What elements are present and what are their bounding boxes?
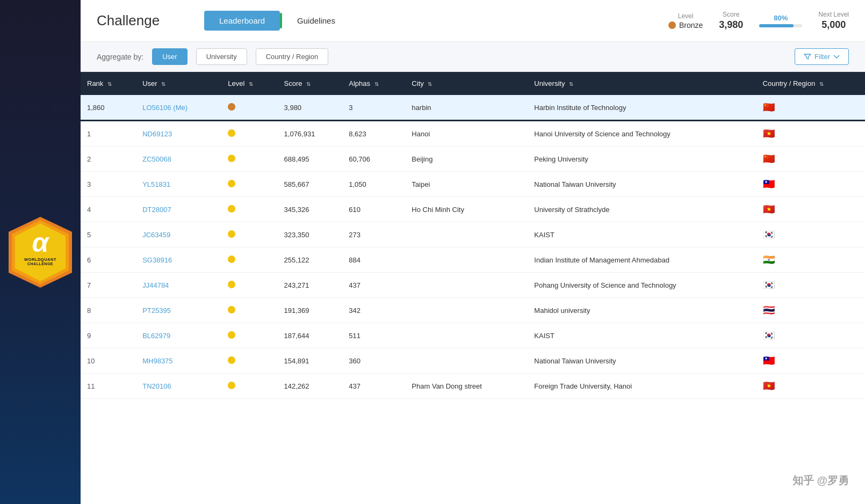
rank-cell: 9 [81, 323, 136, 348]
country-cell: 🇹🇼 [756, 348, 865, 374]
main-content: Challenge Leaderboard Guidelines Level B… [81, 0, 865, 504]
progress-container: 80% [759, 14, 802, 27]
country-cell: 🇻🇳 [756, 197, 865, 222]
university-cell: KAIST [528, 323, 756, 348]
level-cell [221, 374, 277, 399]
rank-cell: 10 [81, 348, 136, 374]
user-cell[interactable]: PT25395 [136, 298, 221, 323]
country-cell: 🇮🇳 [756, 247, 865, 273]
table-header-row: Rank ⇅ User ⇅ Level ⇅ Score ⇅ Alphas ⇅ C… [81, 72, 865, 95]
country-cell: 🇨🇳 [756, 147, 865, 172]
table-row: 9 BL62979 187,644 511 KAIST 🇰🇷 [81, 323, 865, 348]
table-row: 5 JC63459 323,350 273 KAIST 🇰🇷 [81, 222, 865, 247]
university-cell: Mahidol university [528, 298, 756, 323]
user-cell[interactable]: YL51831 [136, 172, 221, 197]
score-info: Score 3,980 [719, 11, 743, 31]
country-cell: 🇰🇷 [756, 273, 865, 298]
alphas-cell: 884 [342, 247, 405, 273]
table-row: 2 ZC50068 688,495 60,706 Beijing Peking … [81, 147, 865, 172]
col-score[interactable]: Score ⇅ [278, 72, 343, 95]
level-cell [221, 147, 277, 172]
bronze-dot-icon [668, 21, 676, 29]
user-cell[interactable]: JC63459 [136, 222, 221, 247]
col-alphas[interactable]: Alphas ⇅ [342, 72, 405, 95]
rank-cell: 8 [81, 298, 136, 323]
university-cell: Peking University [528, 147, 756, 172]
user-cell[interactable]: SG38916 [136, 247, 221, 273]
aggregate-bar: Aggregate by: User University Country / … [81, 42, 865, 72]
page-title: Challenge [97, 12, 183, 29]
my-city: harbin [405, 95, 528, 121]
col-user[interactable]: User ⇅ [136, 72, 221, 95]
alphas-cell: 610 [342, 197, 405, 222]
table-container: Rank ⇅ User ⇅ Level ⇅ Score ⇅ Alphas ⇅ C… [81, 72, 865, 399]
user-cell[interactable]: ZC50068 [136, 147, 221, 172]
university-cell: University of Strathclyde [528, 197, 756, 222]
level-cell [221, 273, 277, 298]
user-cell[interactable]: ND69123 [136, 121, 221, 147]
alphas-cell: 437 [342, 374, 405, 399]
filter-icon [804, 53, 811, 61]
rank-cell: 5 [81, 222, 136, 247]
user-cell[interactable]: BL62979 [136, 323, 221, 348]
country-cell: 🇹🇭 [756, 298, 865, 323]
tab-guidelines[interactable]: Guidelines [282, 11, 350, 31]
col-level[interactable]: Level ⇅ [221, 72, 277, 95]
level-cell [221, 172, 277, 197]
my-score: 3,980 [278, 95, 343, 121]
logo-alpha: α [32, 229, 48, 256]
score-value: 3,980 [719, 19, 743, 31]
tab-leaderboard[interactable]: Leaderboard [204, 11, 280, 31]
user-cell[interactable]: TN20106 [136, 374, 221, 399]
agg-btn-university[interactable]: University [196, 48, 247, 65]
header-right: Level Bronze Score 3,980 80% Next Level … [668, 11, 849, 31]
city-cell: Taipei [405, 172, 528, 197]
score-cell: 187,644 [278, 323, 343, 348]
country-cell: 🇰🇷 [756, 222, 865, 247]
level-cell [221, 247, 277, 273]
score-cell: 142,262 [278, 374, 343, 399]
university-cell: Pohang University of Science and Technol… [528, 273, 756, 298]
level-cell [221, 348, 277, 374]
my-user[interactable]: LO56106 (Me) [136, 95, 221, 121]
filter-button[interactable]: Filter [795, 48, 849, 65]
alphas-cell: 342 [342, 298, 405, 323]
my-table-row: 1,860 LO56106 (Me) 3,980 3 harbin Harbin… [81, 95, 865, 121]
university-cell: Hanoi University of Science and Technolo… [528, 121, 756, 147]
country-cell: 🇻🇳 [756, 121, 865, 147]
score-cell: 345,326 [278, 197, 343, 222]
score-label: Score [719, 11, 743, 18]
user-cell[interactable]: JJ44784 [136, 273, 221, 298]
score-cell: 688,495 [278, 147, 343, 172]
my-level [221, 95, 277, 121]
col-university[interactable]: University ⇅ [528, 72, 756, 95]
university-cell: National Taiwan University [528, 172, 756, 197]
header: Challenge Leaderboard Guidelines Level B… [81, 0, 865, 42]
university-cell: National Taiwan University [528, 348, 756, 374]
col-country[interactable]: Country / Region ⇅ [756, 72, 865, 95]
user-cell[interactable]: DT28007 [136, 197, 221, 222]
level-cell [221, 323, 277, 348]
score-cell: 154,891 [278, 348, 343, 374]
table-row: 4 DT28007 345,326 610 Ho Chi Minh City U… [81, 197, 865, 222]
aggregate-label: Aggregate by: [97, 53, 143, 61]
my-rank: 1,860 [81, 95, 136, 121]
level-cell [221, 298, 277, 323]
next-level-value: 5,000 [818, 19, 849, 31]
level-label: Level [668, 12, 703, 20]
city-cell [405, 273, 528, 298]
col-rank[interactable]: Rank ⇅ [81, 72, 136, 95]
table-row: 6 SG38916 255,122 884 Indian Institute o… [81, 247, 865, 273]
next-level-label: Next Level [818, 11, 849, 18]
score-cell: 323,350 [278, 222, 343, 247]
agg-btn-user[interactable]: User [152, 48, 187, 65]
rank-cell: 3 [81, 172, 136, 197]
agg-btn-country[interactable]: Country / Region [256, 48, 329, 65]
table-row: 3 YL51831 585,667 1,050 Taipei National … [81, 172, 865, 197]
score-cell: 585,667 [278, 172, 343, 197]
alphas-cell: 273 [342, 222, 405, 247]
city-cell: Ho Chi Minh City [405, 197, 528, 222]
col-city[interactable]: City ⇅ [405, 72, 528, 95]
user-cell[interactable]: MH98375 [136, 348, 221, 374]
alphas-cell: 1,050 [342, 172, 405, 197]
